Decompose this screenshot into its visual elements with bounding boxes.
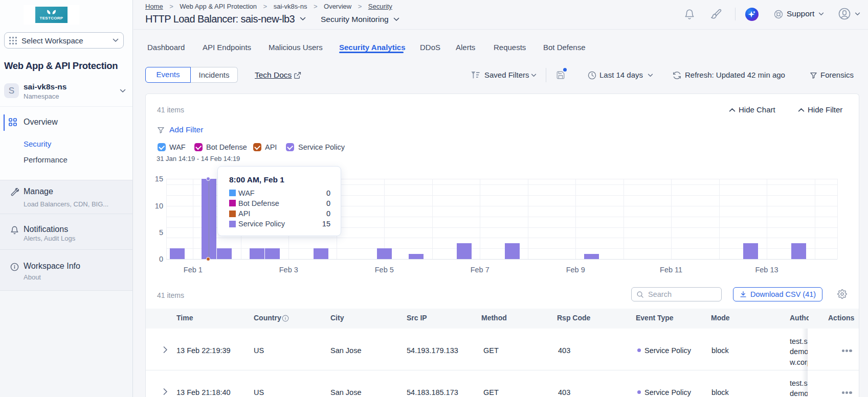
svg-text:TESTCORP: TESTCORP (40, 16, 63, 20)
